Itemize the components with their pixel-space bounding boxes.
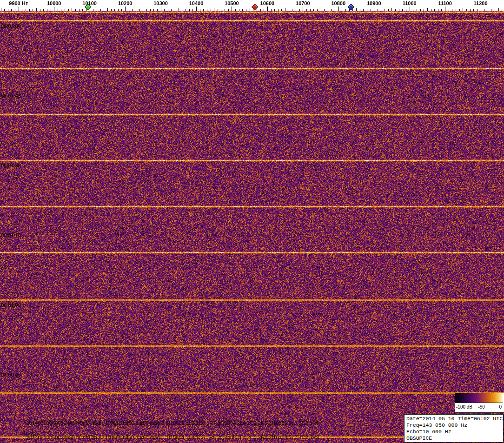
db-label-mid: -50 — [478, 404, 484, 410]
freq-tick-label-10000: 10000 — [47, 0, 61, 6]
freq-tick-label-10400: 10400 — [189, 0, 204, 6]
freq-tick-label-11100: 11100 — [438, 0, 451, 6]
db-color-scale: -100 dB -50 0 — [455, 393, 504, 413]
info-echo-frequency: Echo=10 600 Hz — [406, 429, 501, 435]
freq-tick-label-10700: 10700 — [296, 0, 310, 6]
observation-info-box: Date=2014-05-10 Time=06:02 UTC Freq=143 … — [404, 414, 504, 443]
info-date-time: Date=2014-05-10 Time=06:02 UTC — [406, 416, 501, 422]
freq-tick-label-10300: 10300 — [153, 0, 168, 6]
detection-annotation-1: 20140510060031448 hCnt3 nb-81 f10610 hit… — [27, 420, 319, 426]
frequency-axis: 9900 Hz100001010010200103001040010500106… — [0, 0, 504, 11]
detection-annotation-2: 20140510060028658 hCnt9 nb-82 f10598 hit… — [27, 435, 319, 440]
freq-tick-label-10900: 10900 — [367, 0, 381, 6]
db-label-min: -100 dB — [456, 404, 472, 410]
spectrogram-app: 08:02:0008:01:4508:01:3008:01:1508:01:00… — [0, 0, 504, 443]
info-station-name: OBSUPICE — [406, 435, 501, 442]
freq-tick-label-11200: 11200 — [474, 0, 488, 6]
spectrogram-waterfall-canvas — [0, 11, 504, 443]
color-gradient-bar — [455, 393, 503, 403]
db-label-max: 0 — [499, 404, 502, 410]
info-frequency: Freq=143 050 000 Hz — [406, 422, 501, 429]
freq-tick-label-10200: 10200 — [118, 0, 133, 6]
freq-tick-label-10600: 10600 — [260, 0, 275, 6]
freq-tick-label-10800: 10800 — [331, 0, 345, 6]
freq-tick-label-10500: 10500 — [225, 0, 239, 6]
db-scale-labels: -100 dB -50 0 — [455, 403, 503, 411]
freq-tick-label-11000: 11000 — [403, 0, 417, 6]
freq-tick-label-9900: 9900 Hz — [9, 0, 28, 6]
